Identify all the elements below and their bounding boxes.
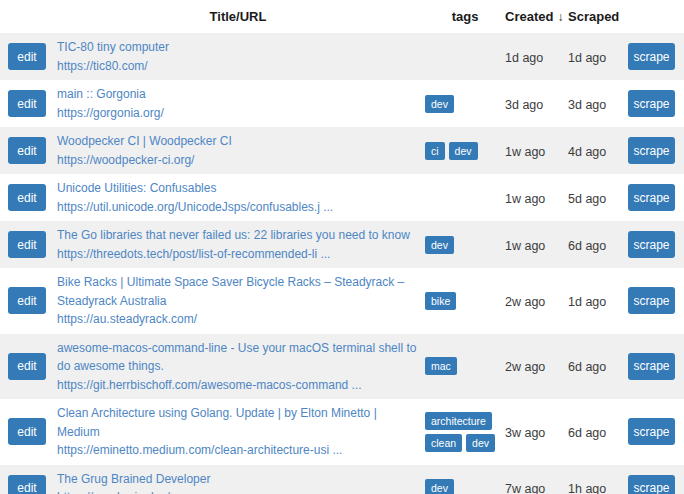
edit-button[interactable]: edit xyxy=(8,353,46,380)
edit-button[interactable]: edit xyxy=(8,90,46,117)
created-timestamp: 3w ago xyxy=(505,426,545,440)
scrape-button[interactable]: scrape xyxy=(628,231,675,258)
bookmark-title-link[interactable]: The Go libraries that never failed us: 2… xyxy=(57,226,419,245)
scraped-timestamp: 1d ago xyxy=(568,295,606,309)
column-header-tags[interactable]: tags xyxy=(425,9,505,24)
table-row: edit awesome-macos-command-line - Use yo… xyxy=(0,334,684,400)
tag-button[interactable]: dev xyxy=(425,479,454,494)
scrape-button[interactable]: scrape xyxy=(628,137,675,164)
scraped-cell: 6d ago xyxy=(568,357,624,375)
tag-list: cidev xyxy=(425,142,505,160)
column-header-created[interactable]: Created↓ xyxy=(505,9,568,24)
tag-button[interactable]: dev xyxy=(425,236,454,254)
scrape-cell: scrape xyxy=(624,353,684,380)
created-cell: 3w ago xyxy=(505,423,568,441)
table-row: edit Woodpecker CI | Woodpecker CI https… xyxy=(0,127,684,174)
created-timestamp: 1w ago xyxy=(505,145,545,159)
title-url-cell: Woodpecker CI | Woodpecker CI https://wo… xyxy=(57,132,425,169)
scrape-button[interactable]: scrape xyxy=(628,184,675,211)
bookmark-title-link[interactable]: Clean Architecture using Golang. Update … xyxy=(57,404,419,441)
tag-list: bike xyxy=(425,292,505,310)
edit-button[interactable]: edit xyxy=(8,43,46,70)
bookmark-url-link[interactable]: https://tic80.com/ xyxy=(57,57,419,76)
table-row: edit The Grug Brained Developer https://… xyxy=(0,465,684,494)
tags-cell: dev xyxy=(425,236,505,254)
scraped-timestamp: 1d ago xyxy=(568,51,606,65)
scrape-button[interactable]: scrape xyxy=(628,43,675,70)
bookmark-url-link[interactable]: https://util.unicode.org/UnicodeJsps/con… xyxy=(57,198,419,217)
tag-button[interactable]: bike xyxy=(425,292,456,310)
scrape-cell: scrape xyxy=(624,184,684,211)
scrape-cell: scrape xyxy=(624,43,684,70)
tag-button[interactable]: dev xyxy=(449,142,478,160)
created-cell: 7w ago xyxy=(505,479,568,494)
edit-button[interactable]: edit xyxy=(8,137,46,164)
bookmark-url-link[interactable]: https://au.steadyrack.com/ xyxy=(57,310,419,329)
bookmark-title-link[interactable]: Bike Racks | Ultimate Space Saver Bicycl… xyxy=(57,273,419,310)
bookmark-title-link[interactable]: Woodpecker CI | Woodpecker CI xyxy=(57,132,419,151)
tag-button[interactable]: ci xyxy=(425,142,445,160)
scraped-timestamp: 3d ago xyxy=(568,98,606,112)
scrape-button[interactable]: scrape xyxy=(628,287,675,314)
scraped-cell: 5d ago xyxy=(568,189,624,207)
table-body: edit TIC-80 tiny computer https://tic80.… xyxy=(0,33,684,494)
tag-button[interactable]: mac xyxy=(425,357,457,375)
scraped-cell: 1d ago xyxy=(568,292,624,310)
edit-cell: edit xyxy=(0,137,57,164)
scraped-cell: 6d ago xyxy=(568,423,624,441)
column-header-scraped[interactable]: Scraped xyxy=(568,9,624,24)
scrape-cell: scrape xyxy=(624,287,684,314)
created-timestamp: 3d ago xyxy=(505,98,543,112)
tags-cell: dev xyxy=(425,95,505,113)
title-url-cell: The Go libraries that never failed us: 2… xyxy=(57,226,425,263)
tag-list: dev xyxy=(425,479,505,494)
bookmarks-table: Title/URL tags Created↓ Scraped edit TIC… xyxy=(0,0,684,494)
bookmark-url-link[interactable]: https://eminetto.medium.com/clean-archit… xyxy=(57,441,419,460)
created-cell: 1d ago xyxy=(505,48,568,66)
title-url-cell: awesome-macos-command-line - Use your ma… xyxy=(57,339,425,395)
bookmark-title-link[interactable]: awesome-macos-command-line - Use your ma… xyxy=(57,339,419,376)
created-timestamp: 1w ago xyxy=(505,239,545,253)
tags-cell: architecturecleandev xyxy=(425,412,505,452)
bookmark-title-link[interactable]: Unicode Utilities: Confusables xyxy=(57,179,419,198)
edit-cell: edit xyxy=(0,353,57,380)
edit-cell: edit xyxy=(0,287,57,314)
tag-list: dev xyxy=(425,95,505,113)
bookmark-url-link[interactable]: https://woodpecker-ci.org/ xyxy=(57,151,419,170)
created-cell: 2w ago xyxy=(505,292,568,310)
created-cell: 1w ago xyxy=(505,189,568,207)
tags-cell: mac xyxy=(425,357,505,375)
tag-button[interactable]: dev xyxy=(425,95,454,113)
bookmark-url-link[interactable]: https://git.herrbischoff.com/awesome-mac… xyxy=(57,376,419,395)
title-url-cell: Unicode Utilities: Confusables https://u… xyxy=(57,179,425,216)
scraped-timestamp: 6d ago xyxy=(568,426,606,440)
tag-button[interactable]: clean xyxy=(425,434,462,452)
tag-list: architecturecleandev xyxy=(425,412,505,452)
title-url-cell: TIC-80 tiny computer https://tic80.com/ xyxy=(57,38,425,75)
title-url-cell: main :: Gorgonia https://gorgonia.org/ xyxy=(57,85,425,122)
tag-button[interactable]: architecture xyxy=(425,412,492,430)
bookmark-title-link[interactable]: The Grug Brained Developer xyxy=(57,470,419,489)
bookmark-url-link[interactable]: https://gorgonia.org/ xyxy=(57,104,419,123)
created-timestamp: 2w ago xyxy=(505,295,545,309)
bookmark-url-link[interactable]: https://threedots.tech/post/list-of-reco… xyxy=(57,245,419,264)
edit-button[interactable]: edit xyxy=(8,231,46,258)
column-header-title-url[interactable]: Title/URL xyxy=(57,9,425,24)
edit-button[interactable]: edit xyxy=(8,475,46,494)
scrape-button[interactable]: scrape xyxy=(628,90,675,117)
tag-button[interactable]: dev xyxy=(466,434,495,452)
edit-cell: edit xyxy=(0,231,57,258)
scraped-timestamp: 6d ago xyxy=(568,239,606,253)
scrape-button[interactable]: scrape xyxy=(628,418,675,445)
table-row: edit main :: Gorgonia https://gorgonia.o… xyxy=(0,80,684,127)
edit-button[interactable]: edit xyxy=(8,418,46,445)
scrape-button[interactable]: scrape xyxy=(628,353,675,380)
edit-button[interactable]: edit xyxy=(8,184,46,211)
edit-button[interactable]: edit xyxy=(8,287,46,314)
bookmark-title-link[interactable]: main :: Gorgonia xyxy=(57,85,419,104)
bookmark-url-link[interactable]: https://grugbrain.dev/ xyxy=(57,488,419,494)
scraped-timestamp: 6d ago xyxy=(568,360,606,374)
tags-cell: dev xyxy=(425,479,505,494)
scrape-button[interactable]: scrape xyxy=(628,475,675,494)
bookmark-title-link[interactable]: TIC-80 tiny computer xyxy=(57,38,419,57)
